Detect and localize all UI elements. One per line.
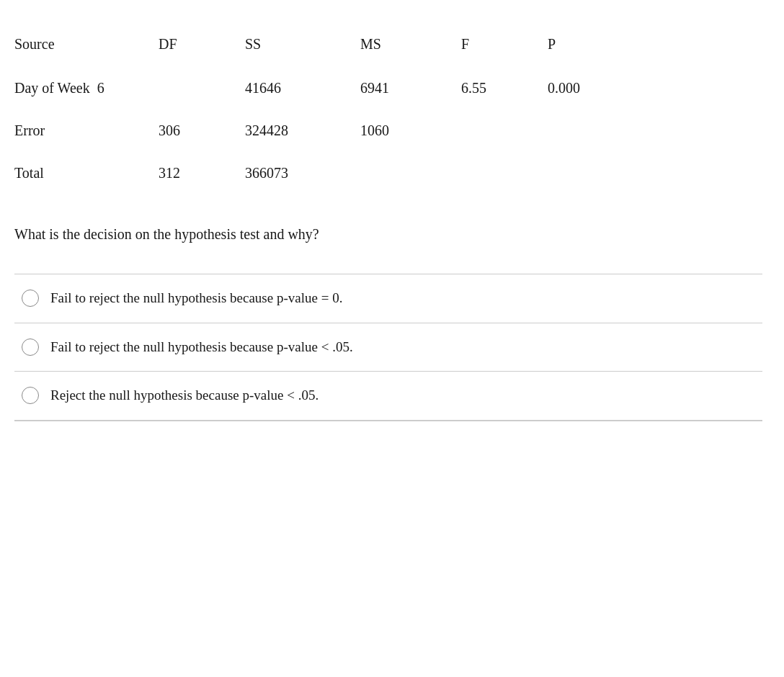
answer-option-1[interactable]: Fail to reject the null hypothesis becau… bbox=[14, 274, 762, 323]
source-label-1: Day of Week bbox=[14, 80, 90, 97]
answer-label-2: Fail to reject the null hypothesis becau… bbox=[50, 338, 353, 357]
radio-button-3[interactable] bbox=[22, 387, 39, 404]
radio-button-1[interactable] bbox=[22, 290, 39, 307]
header-f: F bbox=[461, 36, 548, 53]
header-df: DF bbox=[159, 36, 245, 53]
table-row: Total 312 366073 bbox=[14, 152, 762, 194]
df-inline-1: 6 bbox=[97, 80, 104, 97]
cell-ss-3: 366073 bbox=[245, 165, 360, 181]
table-header-row: Source DF SS MS F P bbox=[14, 29, 762, 67]
question-text: What is the decision on the hypothesis t… bbox=[14, 223, 762, 245]
answer-option-3[interactable]: Reject the null hypothesis because p-val… bbox=[14, 372, 762, 421]
cell-df-2: 306 bbox=[159, 122, 245, 139]
cell-source-1: Day of Week 6 bbox=[14, 80, 159, 97]
header-ms: MS bbox=[360, 36, 461, 53]
header-ss: SS bbox=[245, 36, 360, 53]
header-p: P bbox=[548, 36, 634, 53]
cell-source-3: Total bbox=[14, 165, 159, 181]
table-row: Day of Week 6 41646 6941 6.55 0.000 bbox=[14, 67, 762, 109]
cell-p-1: 0.000 bbox=[548, 80, 634, 97]
anova-table: Source DF SS MS F P Day of Week 6 41646 … bbox=[14, 29, 762, 194]
cell-ms-1: 6941 bbox=[360, 80, 461, 97]
cell-df-3: 312 bbox=[159, 165, 245, 181]
cell-ms-2: 1060 bbox=[360, 122, 461, 139]
cell-source-2: Error bbox=[14, 122, 159, 139]
answer-label-3: Reject the null hypothesis because p-val… bbox=[50, 386, 318, 405]
cell-ss-2: 324428 bbox=[245, 122, 360, 139]
table-row: Error 306 324428 1060 bbox=[14, 109, 762, 152]
cell-f-1: 6.55 bbox=[461, 80, 548, 97]
bottom-divider bbox=[14, 421, 762, 421]
header-source: Source bbox=[14, 36, 159, 53]
cell-ss-1: 41646 bbox=[245, 80, 360, 97]
radio-button-2[interactable] bbox=[22, 338, 39, 356]
answer-option-2[interactable]: Fail to reject the null hypothesis becau… bbox=[14, 323, 762, 372]
answer-label-1: Fail to reject the null hypothesis becau… bbox=[50, 289, 342, 308]
